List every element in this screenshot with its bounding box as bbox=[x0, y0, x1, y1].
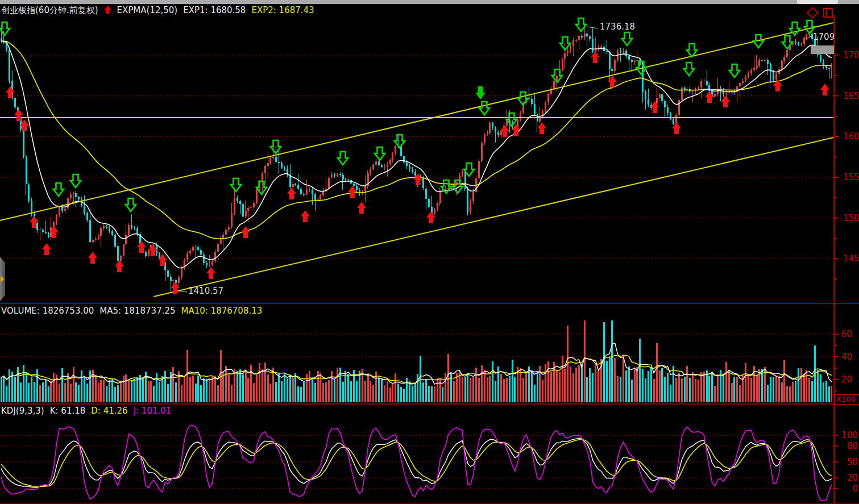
volume-axis-label: 60 bbox=[841, 329, 852, 339]
last-price-tag bbox=[811, 45, 834, 54]
main-axis-label: 1650 bbox=[843, 91, 859, 101]
main-pane-header: 创业板指(60分钟.前复权)EXPMA(12,50)EXP1: 1680.58E… bbox=[1, 5, 320, 17]
annotations-layer bbox=[177, 27, 812, 292]
sell-arrow-icon bbox=[271, 140, 281, 153]
buy-arrow-icon bbox=[88, 252, 97, 264]
volume-unit-label: X100 bbox=[835, 394, 859, 405]
sell-arrow-icon bbox=[338, 152, 348, 165]
buy-arrow-icon bbox=[591, 51, 600, 63]
upper-channel bbox=[0, 23, 833, 220]
buy-arrow-icon bbox=[241, 226, 250, 238]
buy-arrow-icon bbox=[650, 101, 659, 113]
buy-arrow-icon bbox=[721, 95, 730, 107]
window-top-tab bbox=[797, 0, 838, 4]
kdj-layer bbox=[1, 426, 832, 501]
main-axis-label: 1700 bbox=[843, 50, 859, 60]
kdj-pane-header: KDJ(9,3,3)K: 61.18D: 41.26J: 101.01 bbox=[1, 406, 177, 416]
exp1-value: EXP1: 1680.58 bbox=[183, 5, 246, 15]
split-window-icon[interactable] bbox=[823, 8, 833, 18]
price-annotation: 1736.18 bbox=[600, 22, 635, 32]
buy-signal-legend-icon bbox=[104, 6, 111, 17]
price-annotation: 1410.57 bbox=[188, 286, 223, 296]
candles-layer bbox=[1, 23, 833, 293]
kdj-k-value: K: 61.18 bbox=[50, 406, 86, 416]
sell-arrow-icon bbox=[53, 183, 64, 196]
kdj-indicator-label[interactable]: KDJ(9,3,3) bbox=[1, 406, 44, 416]
sell-arrow-icon bbox=[782, 36, 792, 49]
lower-channel bbox=[153, 138, 833, 297]
trendlines-layer bbox=[0, 23, 833, 297]
sell-arrow-icon bbox=[70, 174, 81, 188]
exp1-line bbox=[1, 41, 832, 268]
buy-arrow-icon bbox=[6, 86, 15, 98]
buy-arrow-icon bbox=[14, 109, 23, 121]
sell-arrow-icon bbox=[126, 198, 136, 211]
kdj-axis-label: 50 bbox=[847, 457, 858, 467]
sell-arrow-icon bbox=[453, 180, 463, 193]
sell-arrow-icon bbox=[753, 35, 763, 48]
kdj-j-value: J: 101.01 bbox=[134, 406, 172, 416]
sell-arrow-icon bbox=[375, 147, 385, 160]
kdj-axis-label: 20 bbox=[847, 473, 858, 483]
buy-arrow-icon bbox=[42, 243, 51, 255]
sell-arrow-icon bbox=[729, 64, 740, 77]
sell-arrow-solid-icon bbox=[475, 86, 485, 99]
sell-arrow-icon bbox=[684, 63, 694, 76]
main-axis-label: 1550 bbox=[843, 172, 859, 182]
buy-arrow-icon bbox=[348, 186, 357, 198]
buy-arrow-icon bbox=[115, 260, 124, 272]
volume-axis-label: 20 bbox=[841, 374, 852, 385]
buy-arrow-icon bbox=[206, 267, 215, 279]
volume-ma10-value: MA10: 1876708.13 bbox=[181, 306, 263, 316]
sell-arrow-icon bbox=[231, 178, 241, 191]
window-top-chrome bbox=[0, 0, 859, 4]
stock-app-window: 1700165016001550150014506040201008050200… bbox=[0, 0, 859, 504]
sell-arrow-icon bbox=[622, 32, 632, 45]
signal-arrows-layer bbox=[0, 18, 829, 294]
kdj-axis-label: 80 bbox=[847, 441, 858, 451]
buy-arrow-icon bbox=[137, 241, 146, 253]
sell-arrow-icon bbox=[0, 22, 10, 35]
diamond-icon[interactable] bbox=[807, 7, 819, 19]
buy-arrow-icon bbox=[608, 76, 617, 88]
buy-arrow-icon bbox=[287, 188, 296, 199]
main-axis-label: 1500 bbox=[843, 213, 859, 223]
buy-arrow-icon bbox=[820, 84, 829, 95]
chart-canvas[interactable]: 1700165016001550150014506040201008050200 bbox=[0, 0, 859, 504]
kdj-axis-label: 0 bbox=[852, 484, 858, 494]
sell-arrow-icon bbox=[479, 102, 489, 115]
main-axis-label: 1600 bbox=[843, 131, 859, 141]
volume-layer bbox=[1, 320, 833, 402]
kdj-d-value: D: 41.26 bbox=[91, 406, 127, 416]
volume-pane-header: VOLUME: 1826753.00MA5: 1818737.25MA10: 1… bbox=[1, 306, 268, 316]
axis-layer: 1700165016001550150014506040201008050200 bbox=[0, 15, 859, 503]
buy-arrow-icon bbox=[537, 122, 546, 134]
exp2-line bbox=[1, 41, 832, 239]
buy-arrow-icon bbox=[357, 202, 366, 214]
expma-indicator-label[interactable]: EXPMA(12,50) bbox=[117, 5, 178, 15]
volume-axis-label: 40 bbox=[841, 352, 852, 362]
sell-arrow-icon bbox=[687, 44, 697, 57]
gridlines-layer bbox=[0, 55, 833, 489]
expand-arrow-icon bbox=[1, 276, 4, 282]
pane-toolbar-icons bbox=[807, 7, 836, 19]
price-annotation: 1709 bbox=[813, 32, 834, 42]
kdj-axis-label: 100 bbox=[841, 430, 858, 440]
volume-value[interactable]: VOLUME: 1826753.00 bbox=[1, 306, 94, 316]
sidebar-expand-handle[interactable] bbox=[0, 257, 5, 301]
expma-layer bbox=[1, 41, 832, 268]
buy-arrow-icon bbox=[301, 210, 310, 222]
instrument-title: 创业板指(60分钟.前复权) bbox=[1, 5, 98, 15]
volume-ma5-value: MA5: 1818737.25 bbox=[99, 306, 175, 316]
main-axis-label: 1450 bbox=[843, 253, 859, 264]
exp2-value: EXP2: 1687.43 bbox=[251, 5, 314, 15]
